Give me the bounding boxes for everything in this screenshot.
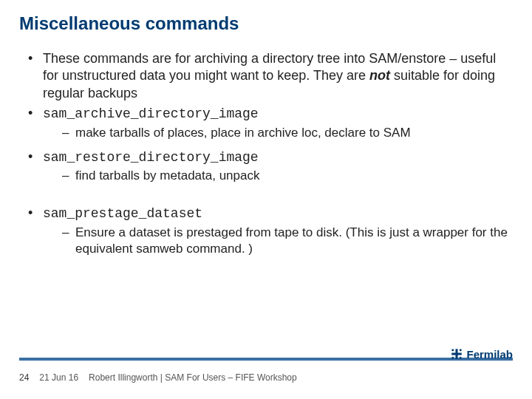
intro-not: not (369, 68, 390, 83)
svg-point-4 (452, 357, 454, 359)
bullet-cmd1: sam_archive_directory_image make tarball… (28, 105, 513, 140)
cmd1-code: sam_archive_directory_image (43, 106, 259, 121)
bullet-cmd3: sam_prestage_dataset Ensure a dataset is… (28, 205, 513, 257)
slide: Miscellaneous commands These commands ar… (0, 0, 532, 399)
cmd2-code: sam_restore_directory_image (43, 150, 259, 165)
footer-attribution: Robert Illingworth | SAM For Users – FIF… (89, 372, 297, 383)
cmd3-code: sam_prestage_dataset (43, 206, 202, 221)
svg-point-5 (460, 357, 462, 359)
cmd1-sublist: make tarballs of places, place in archiv… (43, 125, 513, 141)
bullet-list: These commands are for archiving a direc… (19, 50, 513, 184)
cmd2-sublist: find tarballs by metadata, unpack (43, 168, 513, 184)
bullet-cmd2: sam_restore_directory_image find tarball… (28, 149, 513, 184)
svg-point-2 (452, 349, 454, 351)
slide-title: Miscellaneous commands (19, 13, 513, 34)
spacer (19, 191, 513, 205)
svg-point-3 (460, 349, 462, 351)
fermilab-logo: Fermilab (450, 347, 513, 361)
bullet-intro: These commands are for archiving a direc… (28, 50, 513, 102)
cmd3-sub: Ensure a dataset is prestaged from tape … (62, 225, 513, 257)
logo-text: Fermilab (466, 348, 513, 361)
svg-rect-1 (456, 349, 458, 359)
footer-date: 21 Jun 16 (39, 372, 78, 383)
page-number: 24 (19, 372, 29, 383)
cmd3-sublist: Ensure a dataset is prestaged from tape … (43, 225, 513, 257)
bullet-list-2: sam_prestage_dataset Ensure a dataset is… (19, 205, 513, 257)
footer: 24 21 Jun 16 Robert Illingworth | SAM Fo… (19, 372, 297, 383)
cmd1-sub: make tarballs of places, place in archiv… (62, 125, 513, 141)
cmd2-sub: find tarballs by metadata, unpack (62, 168, 513, 184)
footer-divider (19, 358, 513, 361)
fermilab-icon (450, 347, 463, 361)
